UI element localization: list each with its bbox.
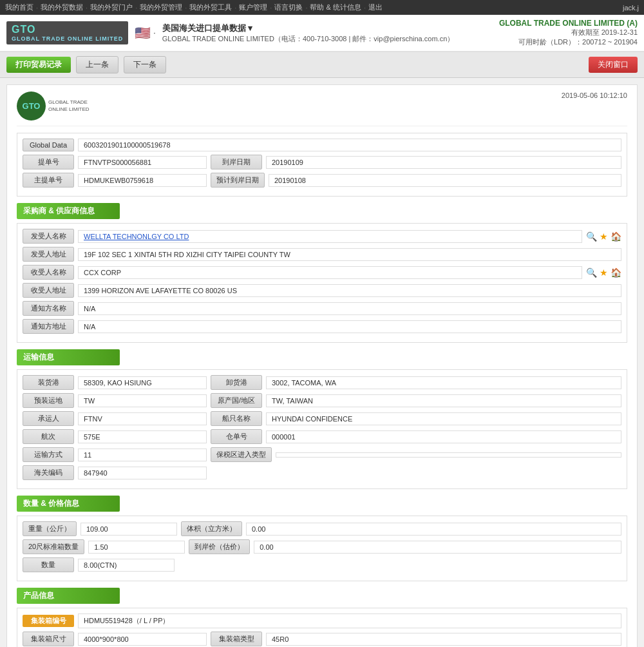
- ftz-label: 保税区进入类型: [211, 447, 272, 462]
- volume-value: 0.00: [246, 523, 621, 536]
- shipper-name-value[interactable]: WELLTA TECHNONLGY CO LTD: [78, 230, 582, 243]
- product-title: 产品信息: [17, 588, 120, 604]
- ldr-info: 可用时龄（LDR）：200712 ~ 201904: [499, 37, 638, 47]
- consignee-name-icons: 🔍 ★ 🏠: [586, 267, 621, 278]
- loading-port-label: 装货港: [23, 375, 74, 390]
- card-header: GTO GLOBAL TRADEONLINE LIMITED 2019-05-0…: [17, 92, 627, 126]
- shipper-home-icon[interactable]: 🏠: [611, 231, 621, 242]
- unloading-port-label: 卸货港: [211, 375, 262, 390]
- logo-text: GTO: [12, 24, 123, 35]
- warehouse-label: 仓单号: [211, 429, 262, 444]
- consignee-addr-row: 收受人地址 1399 HORIZON AVE LAFAYETTE CO 8002…: [23, 283, 621, 298]
- container-no-value: HDMU5519428（/ L / PP）: [78, 613, 621, 628]
- container-type-value: 45R0: [266, 633, 621, 646]
- transport-section: 运输信息 装货港 58309, KAO HSIUNG 卸货港 3002, TAC…: [17, 349, 627, 489]
- next-button[interactable]: 下一条: [124, 56, 166, 73]
- nav-language[interactable]: 语言切换: [274, 3, 303, 12]
- logo-area: GTO GLOBAL TRADE ONLINE LIMITED: [6, 21, 128, 44]
- consignee-search-icon[interactable]: 🔍: [586, 267, 597, 278]
- global-data-value: 6003201901100000519678: [78, 139, 621, 151]
- header-title-area: 美国海关进口提单数据 ▾ GLOBAL TRADE ONLINE LIMITED…: [162, 23, 455, 44]
- pre-carrier-label: 预装运地: [23, 393, 74, 408]
- notify-addr-value: N/A: [78, 320, 621, 333]
- transport-mode-row: 运输方式 11 保税区进入类型: [23, 447, 621, 462]
- carrier-row: 承运人 FTNV 船只名称 HYUNDAI CONFIDENCE: [23, 411, 621, 426]
- logo-sub-text: GLOBAL TRADE ONLINE LIMITED: [12, 35, 123, 42]
- weight-label: 重量（公斤）: [23, 521, 77, 536]
- master-bill-row: 主提单号 HDMUKEWB0759618 预计到岸日期 20190108: [23, 173, 621, 188]
- nav-tools[interactable]: 我的外贸工具: [189, 3, 232, 12]
- est-arrival-value: 20190108: [269, 174, 621, 187]
- shipper-addr-row: 发受人地址 19F 102 SEC 1 XINTAI 5TH RD XIZHI …: [23, 247, 621, 262]
- record-logo-sub: GLOBAL TRADEONLINE LIMITED: [48, 99, 90, 113]
- header-subtitle: GLOBAL TRADE ONLINE LIMITED（电话：400-710-3…: [162, 34, 455, 44]
- record-logo: GTO GLOBAL TRADEONLINE LIMITED: [17, 92, 90, 121]
- nav-logout[interactable]: 退出: [368, 3, 383, 12]
- pre-carrier-value: TW: [78, 394, 207, 407]
- page-title[interactable]: 美国海关进口提单数据 ▾: [162, 23, 455, 34]
- consignee-home-icon[interactable]: 🏠: [611, 267, 621, 278]
- teu-value: 1.50: [88, 541, 185, 554]
- consignee-star-icon[interactable]: ★: [600, 267, 608, 278]
- buyer-supplier-content: 发受人名称 WELLTA TECHNONLGY CO LTD 🔍 ★ 🏠 发受人…: [17, 223, 627, 343]
- voyage-value: 575E: [78, 430, 207, 443]
- shipper-search-icon[interactable]: 🔍: [586, 231, 597, 242]
- record-date: 2019-05-06 10:12:10: [562, 92, 627, 99]
- shipper-name-label: 发受人名称: [23, 229, 74, 244]
- transport-mode-value: 11: [78, 449, 207, 461]
- qty-label: 数量: [23, 557, 74, 572]
- record-logo-text: GTO: [23, 101, 41, 111]
- master-bill-value: HDMUKEWB0759618: [78, 174, 207, 187]
- consignee-name-value: CCX CORP: [78, 266, 582, 279]
- qty-row: 数量 8.00(CTN): [23, 557, 621, 572]
- transport-mode-label: 运输方式: [23, 447, 74, 462]
- carrier-label: 承运人: [23, 411, 74, 426]
- product-content: 集装箱编号 HDMU5519428（/ L / PP） 集装箱尺寸 4000*9…: [17, 608, 627, 647]
- consignee-name-label: 收受人名称: [23, 265, 74, 280]
- buyer-supplier-title: 采购商 & 供应商信息: [17, 203, 120, 219]
- hs-code-label: 海关编码: [23, 465, 74, 480]
- teu-label: 20尺标准箱数量: [23, 539, 84, 554]
- arrival-date-label: 到岸日期: [211, 155, 262, 169]
- prev-button[interactable]: 上一条: [76, 56, 118, 73]
- bill-no-label: 提单号: [23, 155, 74, 169]
- loading-port-row: 装货港 58309, KAO HSIUNG 卸货港 3002, TACOMA, …: [23, 375, 621, 390]
- quantity-price-title: 数量 & 价格信息: [17, 496, 120, 512]
- carrier-value: FTNV: [78, 412, 207, 425]
- ftz-value: [276, 452, 621, 458]
- notify-name-value: N/A: [78, 302, 621, 315]
- notify-name-label: 通知方名称: [23, 301, 74, 316]
- nav-account[interactable]: 账户管理: [239, 3, 267, 12]
- shipper-star-icon[interactable]: ★: [600, 231, 608, 242]
- nav-home[interactable]: 我的首页: [5, 3, 33, 12]
- print-button[interactable]: 打印贸易记录: [6, 57, 71, 73]
- valid-until: 有效期至 2019-12-31: [499, 28, 638, 37]
- product-section: 产品信息 集装箱编号 HDMU5519428（/ L / PP） 集装箱尺寸 4…: [17, 588, 627, 647]
- arrival-price-value: 0.00: [254, 541, 621, 554]
- close-button[interactable]: 关闭窗口: [589, 57, 638, 73]
- est-arrival-label: 预计到岸日期: [211, 173, 265, 188]
- vessel-value: HYUNDAI CONFIDENCE: [266, 412, 621, 425]
- container-size-label: 集装箱尺寸: [23, 632, 74, 646]
- notify-addr-row: 通知方地址 N/A: [23, 319, 621, 334]
- shipper-name-row: 发受人名称 WELLTA TECHNONLGY CO LTD 🔍 ★ 🏠: [23, 229, 621, 244]
- consignee-name-row: 收受人名称 CCX CORP 🔍 ★ 🏠: [23, 265, 621, 280]
- nav-portal[interactable]: 我的外贸门户: [90, 3, 133, 12]
- consignee-addr-value: 1399 HORIZON AVE LAFAYETTE CO 80026 US: [78, 284, 621, 297]
- nav-help[interactable]: 帮助 & 统计信息: [310, 3, 361, 12]
- header-right: GLOBAL TRADE ONLINE LIMITED (A) 有效期至 201…: [499, 19, 638, 47]
- nav-manage[interactable]: 我的外贸管理: [140, 3, 182, 12]
- container-type-label: 集装箱类型: [211, 632, 262, 646]
- header: GTO GLOBAL TRADE ONLINE LIMITED 🇺🇸 · 美国海…: [0, 15, 644, 52]
- hs-code-row: 海关编码 847940: [23, 465, 621, 480]
- flag-area: 🇺🇸 ·: [135, 25, 155, 41]
- shipper-name-icons: 🔍 ★ 🏠: [586, 231, 621, 242]
- user-name: jack.j: [623, 4, 639, 12]
- container-no-label: 集装箱编号: [23, 615, 74, 627]
- basic-info-section: Global Data 6003201901100000519678 提单号 F…: [17, 133, 627, 197]
- bill-no-row: 提单号 FTNVTPS000056881 到岸日期 20190109: [23, 155, 621, 169]
- nav-data[interactable]: 我的外贸数据: [41, 3, 83, 12]
- weight-row: 重量（公斤） 109.00 体积（立方米） 0.00: [23, 521, 621, 536]
- arrival-price-label: 到岸价（估价）: [189, 539, 250, 554]
- hs-code-value: 847940: [78, 467, 207, 479]
